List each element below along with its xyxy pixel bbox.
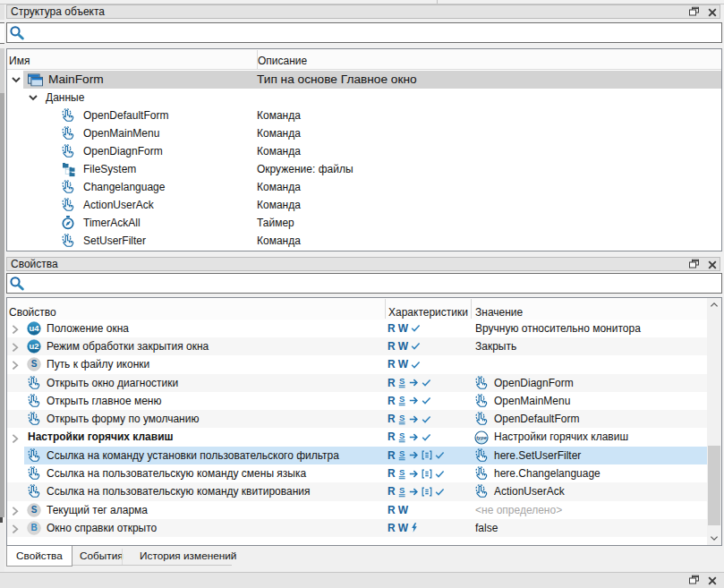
svg-text:type: type: [476, 435, 487, 440]
svg-text:S: S: [399, 449, 405, 458]
svg-text:S: S: [399, 377, 405, 386]
svg-text:S: S: [399, 395, 405, 404]
svg-text:S: S: [31, 504, 38, 514]
svg-text:B: B: [30, 523, 37, 533]
svg-text:S: S: [399, 413, 405, 422]
svg-text:S: S: [399, 431, 405, 440]
svg-text:S: S: [399, 468, 405, 477]
svg-text:u4: u4: [29, 322, 39, 332]
svg-text:S: S: [31, 359, 38, 369]
svg-text:S: S: [399, 486, 405, 495]
svg-text:u2: u2: [29, 341, 38, 351]
